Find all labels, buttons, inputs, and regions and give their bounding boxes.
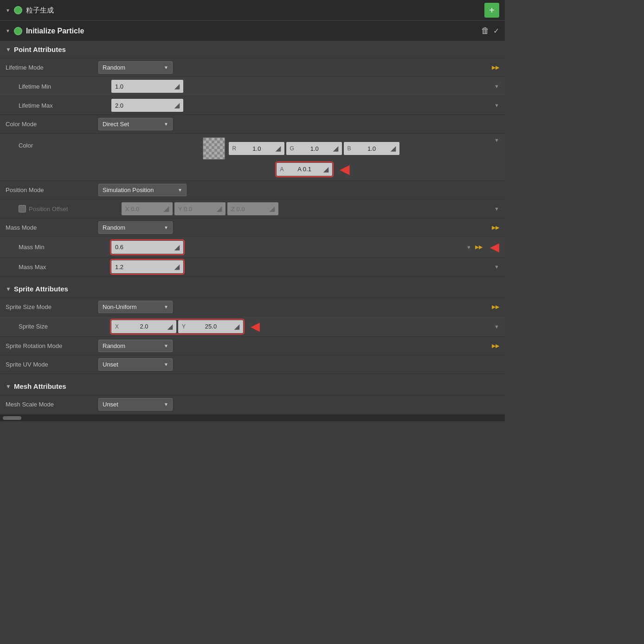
color-g-field[interactable]: G 1.0 ◢ bbox=[286, 142, 342, 155]
mesh-scale-mode-controls: Unset ▼ bbox=[98, 398, 499, 411]
lifetime-mode-label: Lifetime Mode bbox=[6, 64, 98, 71]
sprite-attributes-title: Sprite Attributes bbox=[14, 285, 68, 293]
lifetime-max-field[interactable]: 2.0 ◢ bbox=[111, 99, 183, 112]
sprite-size-mode-controls: Non-Uniform ▼ bbox=[98, 301, 488, 313]
color-a-label: A bbox=[280, 166, 284, 173]
sprite-size-mode-dropdown[interactable]: Non-Uniform ▼ bbox=[98, 301, 173, 313]
lifetime-min-label: Lifetime Min bbox=[19, 83, 111, 90]
sprite-size-x-value: 2.0 bbox=[140, 323, 148, 330]
sprite-rotation-mode-dropdown[interactable]: Random ▼ bbox=[98, 340, 173, 352]
section-status-indicator bbox=[14, 27, 22, 35]
color-mode-label: Color Mode bbox=[6, 121, 98, 128]
sprite-size-mode-label: Sprite Size Mode bbox=[6, 303, 98, 310]
mass-max-label: Mass Max bbox=[19, 264, 111, 270]
sprite-size-x-label: X bbox=[115, 323, 119, 330]
mass-mode-label: Mass Mode bbox=[6, 224, 98, 231]
mass-max-end-arrow: ▼ bbox=[490, 264, 499, 270]
sprite-size-y-arrow: ◢ bbox=[234, 323, 239, 330]
lifetime-max-value: 2.0 bbox=[115, 102, 123, 109]
color-a-field[interactable]: A A 0.1 ◢ bbox=[277, 163, 332, 176]
sprite-rotation-mode-value: Random bbox=[103, 342, 125, 349]
lifetime-max-end-arrow: ▼ bbox=[490, 103, 499, 108]
mesh-attributes-section: ▼ Mesh Attributes Mesh Scale Mode Unset … bbox=[0, 378, 505, 414]
mass-max-row: Mass Max 1.2 ◢ ▼ bbox=[0, 258, 505, 277]
mass-min-arrow: ◢ bbox=[174, 244, 180, 251]
sprite-rotation-end-icon: ▶▶ bbox=[488, 343, 499, 349]
section-collapse-icon[interactable]: ▼ bbox=[6, 28, 10, 33]
mass-min-row: Mass Min 0.6 ◢ ▼ ▶▶ ◀ bbox=[0, 237, 505, 258]
lifetime-max-label: Lifetime Max bbox=[19, 102, 111, 109]
mass-mode-dropdown-arrow: ▼ bbox=[164, 225, 168, 230]
sprite-rotation-mode-dropdown-arrow: ▼ bbox=[164, 343, 168, 348]
sprite-rotation-mode-controls: Random ▼ bbox=[98, 340, 488, 352]
color-swatch[interactable] bbox=[203, 137, 225, 160]
scrollbar-thumb[interactable] bbox=[3, 416, 21, 420]
lifetime-mode-row: Lifetime Mode Random ▼ ▶▶ bbox=[0, 58, 505, 77]
lifetime-min-field[interactable]: 1.0 ◢ bbox=[111, 80, 183, 93]
sprite-size-mode-dropdown-arrow: ▼ bbox=[164, 304, 168, 309]
section-title: Initialize Particle bbox=[26, 27, 84, 35]
mass-mode-dropdown[interactable]: Random ▼ bbox=[98, 221, 173, 234]
color-controls: R 1.0 ◢ G 1.0 ◢ B 1.0 ◢ bbox=[111, 137, 490, 177]
position-mode-dropdown[interactable]: Simulation Position ▼ bbox=[98, 184, 187, 196]
sprite-size-x-arrow: ◢ bbox=[167, 323, 173, 330]
mesh-scale-mode-dropdown[interactable]: Unset ▼ bbox=[98, 398, 173, 411]
mesh-scale-mode-dropdown-arrow: ▼ bbox=[164, 402, 168, 407]
lifetime-max-controls: 2.0 ◢ bbox=[111, 99, 490, 112]
sprite-size-y-field[interactable]: Y 25.0 ◢ bbox=[178, 320, 243, 333]
mass-min-field[interactable]: 0.6 ◢ bbox=[111, 241, 183, 254]
color-g-label: G bbox=[290, 145, 294, 152]
color-label: Color bbox=[19, 137, 111, 149]
color-row: Color R 1.0 ◢ G 1.0 ◢ B bbox=[0, 134, 505, 181]
color-r-label: R bbox=[232, 145, 237, 152]
color-mode-dropdown[interactable]: Direct Set ▼ bbox=[98, 118, 173, 130]
position-offset-z-field: Z 0.0 ◢ bbox=[227, 202, 278, 215]
position-offset-checkbox[interactable] bbox=[19, 205, 26, 213]
color-r-field[interactable]: R 1.0 ◢ bbox=[229, 142, 284, 155]
sprite-attr-collapse-icon[interactable]: ▼ bbox=[6, 286, 11, 292]
sprite-size-mode-value: Non-Uniform bbox=[103, 303, 137, 310]
color-row-bottom: A A 0.1 ◢ ◀ bbox=[252, 161, 350, 177]
sprite-uv-mode-row: Sprite UV Mode Unset ▼ bbox=[0, 355, 505, 374]
collapse-icon[interactable]: ▼ bbox=[6, 8, 10, 13]
position-mode-label: Position Mode bbox=[6, 187, 98, 193]
lifetime-mode-dropdown[interactable]: Random ▼ bbox=[98, 61, 173, 74]
position-offset-row: Position Offset X 0.0 ◢ Y 0.0 ◢ Z 0.0 ◢ … bbox=[0, 200, 505, 219]
color-b-field[interactable]: B 1.0 ◢ bbox=[344, 142, 399, 155]
color-mode-value: Direct Set bbox=[103, 121, 129, 128]
sprite-uv-mode-label: Sprite UV Mode bbox=[6, 361, 98, 368]
sprite-uv-mode-dropdown[interactable]: Unset ▼ bbox=[98, 358, 173, 371]
sprite-size-mode-end-icon: ▶▶ bbox=[488, 304, 499, 310]
lifetime-min-end-arrow: ▼ bbox=[490, 84, 499, 89]
color-r-value: 1.0 bbox=[252, 145, 261, 152]
sprite-uv-mode-value: Unset bbox=[103, 361, 118, 368]
point-attr-collapse-icon[interactable]: ▼ bbox=[6, 46, 11, 53]
lifetime-min-row: Lifetime Min 1.0 ◢ ▼ bbox=[0, 77, 505, 96]
mass-min-value: 0.6 bbox=[115, 244, 123, 251]
mesh-attr-collapse-icon[interactable]: ▼ bbox=[6, 383, 11, 390]
lifetime-mode-controls: Random ▼ bbox=[98, 61, 488, 74]
mass-annotation-arrow: ◀ bbox=[490, 240, 499, 254]
lifetime-min-controls: 1.0 ◢ bbox=[111, 80, 490, 93]
color-end-arrow: ▼ bbox=[490, 137, 499, 143]
mass-max-arrow: ◢ bbox=[174, 263, 180, 270]
add-button[interactable]: + bbox=[484, 3, 499, 18]
position-offset-y-field: Y 0.0 ◢ bbox=[174, 202, 225, 215]
sprite-size-annotation-arrow: ◀ bbox=[251, 319, 260, 334]
position-mode-row: Position Mode Simulation Position ▼ bbox=[0, 181, 505, 200]
mass-max-field[interactable]: 1.2 ◢ bbox=[111, 260, 183, 273]
top-bar-left: ▼ 粒子生成 bbox=[6, 6, 54, 15]
mass-mode-controls: Random ▼ bbox=[98, 221, 488, 234]
check-icon[interactable]: ✓ bbox=[493, 26, 499, 35]
color-b-arrow: ◢ bbox=[391, 145, 396, 152]
sprite-size-x-field[interactable]: X 2.0 ◢ bbox=[111, 320, 176, 333]
main-content: ▼ Point Attributes Lifetime Mode Random … bbox=[0, 41, 505, 421]
sprite-uv-mode-dropdown-arrow: ▼ bbox=[164, 362, 168, 367]
delete-icon[interactable]: 🗑 bbox=[481, 26, 489, 36]
section-header-actions: 🗑 ✓ bbox=[481, 26, 499, 36]
sprite-size-box: X 2.0 ◢ Y 25.0 ◢ bbox=[111, 320, 243, 333]
sprite-rotation-mode-row: Sprite Rotation Mode Random ▼ ▶▶ bbox=[0, 337, 505, 355]
position-mode-value: Simulation Position bbox=[103, 187, 154, 193]
position-mode-controls: Simulation Position ▼ bbox=[98, 184, 499, 196]
scrollbar[interactable] bbox=[0, 414, 505, 421]
